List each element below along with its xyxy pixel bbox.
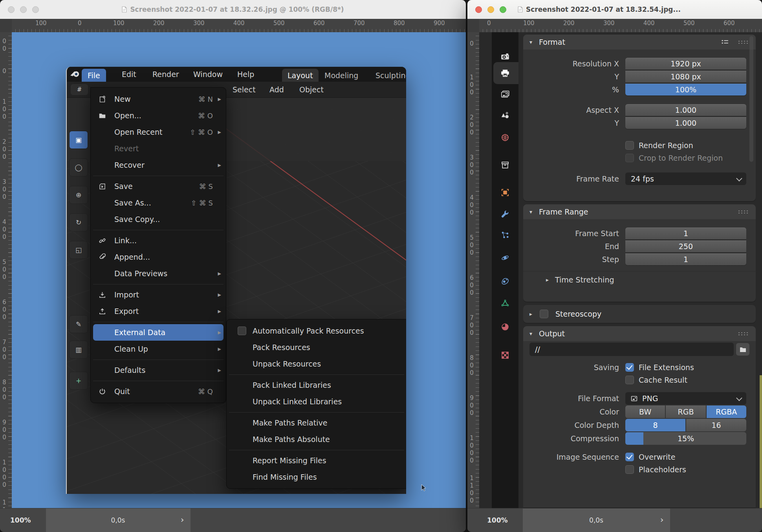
properties-tab-icon[interactable] bbox=[494, 347, 516, 364]
resolution-y-field[interactable]: 1080 px bbox=[625, 71, 746, 83]
file-menu-item[interactable]: Clean Up ▶ bbox=[91, 341, 226, 357]
file-menu-item[interactable]: New ⌘ N ▶ bbox=[91, 91, 226, 107]
aspect-y-field[interactable]: 1.000 bbox=[625, 117, 746, 129]
format-header[interactable]: ▾ Format bbox=[523, 35, 756, 50]
menubar-item[interactable]: Help bbox=[235, 67, 256, 82]
properties-tab-icon[interactable] bbox=[494, 205, 516, 222]
submenu-item[interactable]: Find Missing Files bbox=[227, 469, 406, 485]
right-titlebar[interactable]: Screenshot 2022-01-07 at 18.32.54.jpg... bbox=[467, 0, 762, 19]
chevron-right-icon[interactable]: › bbox=[660, 515, 664, 524]
editor-type-button[interactable]: # bbox=[71, 84, 88, 95]
menubar-item[interactable]: Edit bbox=[119, 67, 139, 82]
file-menu-item[interactable]: Save ⌘ S ▶ bbox=[91, 178, 226, 194]
tool-button[interactable]: ▣ bbox=[69, 131, 88, 149]
minimize-button[interactable] bbox=[20, 6, 27, 13]
properties-tab-icon[interactable] bbox=[494, 226, 516, 244]
zoom-level[interactable]: 100% bbox=[487, 516, 508, 524]
aspect-x-field[interactable]: 1.000 bbox=[625, 104, 746, 116]
viewport-header-menu[interactable]: Select bbox=[233, 82, 256, 97]
close-button[interactable] bbox=[8, 6, 15, 13]
file-menu-item[interactable]: Append... ▶ bbox=[91, 249, 226, 265]
file-menu-item[interactable]: Export ▶ bbox=[91, 303, 226, 319]
crop-render-region-checkbox[interactable] bbox=[625, 154, 634, 162]
properties-tab-icon[interactable] bbox=[494, 318, 516, 336]
properties-tab-icon[interactable] bbox=[494, 156, 516, 174]
submenu-item[interactable]: Unpack Linked Libraries bbox=[227, 393, 406, 410]
file-menu-item[interactable]: Link... ▶ bbox=[91, 232, 226, 249]
tool-button[interactable]: ◯ bbox=[69, 158, 88, 176]
frame-start-field[interactable]: 1 bbox=[625, 227, 746, 239]
minimize-button[interactable] bbox=[487, 6, 494, 13]
blender-logo-icon[interactable] bbox=[70, 70, 80, 80]
tool-button[interactable]: ✎ bbox=[69, 315, 88, 333]
viewport-header-menu[interactable]: Add bbox=[269, 82, 284, 97]
menubar-item[interactable]: File bbox=[82, 69, 106, 82]
scrollbar[interactable] bbox=[749, 36, 753, 162]
compression-slider[interactable]: 15% bbox=[625, 432, 746, 445]
zoom-button[interactable] bbox=[500, 6, 506, 13]
drag-handle-icon[interactable] bbox=[738, 210, 749, 214]
chevron-right-icon[interactable]: › bbox=[181, 515, 184, 524]
file-menu-item[interactable]: External Data ▶ bbox=[93, 324, 223, 341]
close-button[interactable] bbox=[475, 6, 482, 13]
submenu-item[interactable]: Report Missing Files bbox=[227, 452, 406, 469]
frame-range-header[interactable]: ▾ Frame Range bbox=[523, 204, 756, 219]
frame-end-field[interactable]: 250 bbox=[625, 240, 746, 252]
menubar-item[interactable]: Window bbox=[191, 67, 225, 82]
file-menu-item[interactable]: Defaults ▶ bbox=[91, 362, 226, 378]
file-menu-item[interactable]: Revert ▶ bbox=[91, 140, 226, 157]
file-menu-item[interactable]: Import ▶ bbox=[91, 286, 226, 303]
zoom-level[interactable]: 100% bbox=[10, 516, 31, 524]
properties-tab-icon[interactable] bbox=[494, 184, 516, 201]
depth-16-button[interactable]: 16 bbox=[686, 419, 746, 431]
submenu-item[interactable]: Automatically Pack Resources bbox=[227, 323, 406, 339]
workspace-tab[interactable]: Sculpting bbox=[370, 69, 406, 82]
overwrite-checkbox[interactable] bbox=[625, 453, 634, 461]
file-format-dropdown[interactable]: PNG bbox=[625, 392, 746, 405]
zoom-button[interactable] bbox=[32, 6, 39, 13]
placeholders-checkbox[interactable] bbox=[625, 465, 634, 474]
tool-button[interactable]: ⊕ bbox=[69, 186, 88, 204]
cache-result-checkbox[interactable] bbox=[625, 376, 634, 384]
frame-rate-dropdown[interactable]: 24 fps bbox=[625, 172, 746, 185]
properties-tab-icon[interactable] bbox=[494, 249, 516, 266]
document-info[interactable]: 0,0s › bbox=[523, 508, 670, 532]
render-region-checkbox[interactable] bbox=[625, 141, 634, 150]
tool-button[interactable]: ◱ bbox=[69, 241, 88, 259]
color-rgb-button[interactable]: RGB bbox=[666, 405, 705, 418]
tool-button[interactable]: + bbox=[69, 372, 88, 390]
viewport-header-menu[interactable]: Object bbox=[299, 82, 324, 97]
submenu-item[interactable]: Make Paths Relative bbox=[227, 415, 406, 431]
stereoscopy-header[interactable]: ▸ Stereoscopy bbox=[523, 305, 756, 323]
file-menu-item[interactable]: Quit ⌘ Q ▶ bbox=[91, 383, 226, 400]
properties-tab-icon[interactable] bbox=[494, 64, 516, 82]
stereoscopy-checkbox[interactable] bbox=[540, 310, 548, 318]
submenu-item[interactable]: Make Paths Absolute bbox=[227, 431, 406, 448]
file-menu-item[interactable]: Save As... ⇧ ⌘ S ▶ bbox=[91, 194, 226, 211]
submenu-item[interactable]: Pack Linked Libraries bbox=[227, 377, 406, 393]
properties-tab-icon[interactable] bbox=[494, 107, 516, 124]
file-extensions-checkbox[interactable] bbox=[625, 363, 634, 372]
properties-tab-icon[interactable] bbox=[494, 273, 516, 290]
file-menu-item[interactable]: Recover ▶ bbox=[91, 157, 226, 173]
presets-icon[interactable] bbox=[722, 39, 729, 45]
workspace-tab[interactable]: Modeling bbox=[319, 69, 364, 82]
tool-button[interactable]: ▥ bbox=[69, 341, 88, 359]
properties-tab-icon[interactable] bbox=[494, 48, 516, 65]
color-bw-button[interactable]: BW bbox=[625, 405, 665, 418]
drag-handle-icon[interactable] bbox=[738, 332, 749, 336]
frame-step-field[interactable]: 1 bbox=[625, 253, 746, 265]
depth-8-button[interactable]: 8 bbox=[625, 419, 685, 431]
submenu-item[interactable]: Unpack Resources bbox=[227, 356, 406, 372]
left-titlebar[interactable]: Screenshot 2022-01-07 at 18.32.26.jpg @ … bbox=[0, 0, 466, 19]
output-path-field[interactable]: // bbox=[529, 343, 734, 356]
properties-tab-icon[interactable] bbox=[494, 129, 516, 146]
drag-handle-icon[interactable] bbox=[738, 40, 749, 44]
submenu-item[interactable]: Pack Resources bbox=[227, 339, 406, 356]
properties-tab-icon[interactable] bbox=[494, 86, 516, 103]
menubar-item[interactable]: Render bbox=[150, 67, 181, 82]
tool-button[interactable]: ↻ bbox=[69, 213, 88, 231]
output-header[interactable]: ▾ Output bbox=[523, 326, 756, 341]
file-menu-item[interactable]: Open Recent ⇧ ⌘ O ▶ bbox=[91, 124, 226, 140]
color-rgba-button[interactable]: RGBA bbox=[707, 405, 746, 418]
